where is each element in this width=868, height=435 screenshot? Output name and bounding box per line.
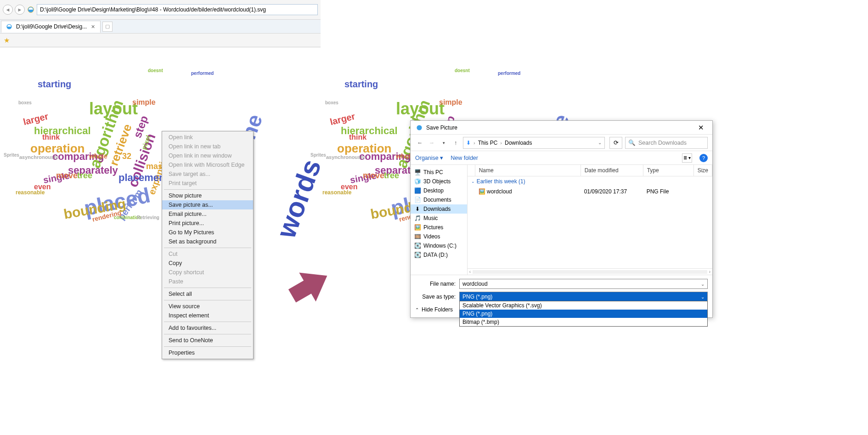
type-option[interactable]: PNG (*.png) [460, 310, 707, 318]
chevron-down-icon[interactable]: ⌄ [701, 294, 705, 299]
crumb-dropdown-icon[interactable]: ⌄ [598, 140, 602, 145]
col-type[interactable]: Type [643, 165, 694, 176]
wordcloud-word: asynchronously [326, 154, 365, 160]
nav-recent-icon[interactable]: ▾ [439, 141, 448, 145]
wordcloud-word: performed [191, 71, 214, 76]
crumb-sep-icon: › [500, 140, 502, 146]
file-name-input[interactable]: wordcloud ⌄ [459, 279, 708, 289]
tree-item-downloads[interactable]: ⬇Downloads [411, 204, 467, 214]
context-menu-item[interactable]: Send to OneNote [162, 336, 253, 345]
nav-forward-button[interactable]: ► [15, 5, 25, 15]
context-menu-item[interactable]: Set as background [162, 237, 253, 246]
context-menu-item[interactable]: Copy [162, 259, 253, 268]
wordcloud-word: layout [396, 99, 445, 119]
wordcloud-word: doesnt [455, 68, 470, 73]
wordcloud-word: layout [89, 99, 138, 119]
tree-item-videos[interactable]: 🎞️Videos [411, 232, 467, 241]
context-menu-item[interactable]: Email picture... [162, 209, 253, 219]
save-type-label: Save as type: [415, 294, 456, 300]
horizontal-scrollbar[interactable]: ‹› [468, 268, 712, 275]
wordcloud-word: Sprites [4, 153, 19, 158]
wordcloud-word: Sprites [310, 153, 326, 158]
page-content: startingalgorithmlayoutsimplesteplargerh… [0, 47, 868, 435]
context-menu-item[interactable]: Properties [162, 348, 253, 357]
tab-new-button[interactable]: ▢ [102, 22, 113, 32]
tree-item-this-pc[interactable]: 🖥️This PC [411, 168, 467, 177]
nav-forward-icon[interactable]: → [427, 140, 436, 146]
context-menu-item[interactable]: View source [162, 302, 253, 311]
context-menu-item: Paste [162, 277, 253, 286]
tree-item-desktop[interactable]: 🟦Desktop [411, 186, 467, 195]
context-menu-item[interactable]: Save picture as... [162, 200, 253, 209]
save-type-select[interactable]: PNG (*.png) ⌄ [459, 292, 708, 302]
context-menu-item: Open link in new tab [162, 142, 253, 151]
chevron-down-icon[interactable]: ⌄ [701, 282, 705, 287]
nav-back-button[interactable]: ◄ [3, 5, 13, 15]
tab-close-icon[interactable]: ✕ [90, 24, 96, 30]
ie-tab-icon [5, 23, 13, 31]
help-button[interactable]: ? [699, 154, 708, 162]
type-option[interactable]: Bitmap (*.bmp) [460, 318, 707, 326]
dialog-search-input[interactable]: 🔍 Search Downloads [625, 137, 708, 149]
list-header: Name Date modified Type Size [468, 165, 712, 176]
tree-item-3d-objects[interactable]: 🧊3D Objects [411, 177, 467, 186]
breadcrumb[interactable]: ⬇ › This PC › Downloads ⌄ [463, 137, 605, 149]
tree-item-documents[interactable]: 📄Documents [411, 195, 467, 204]
tree-item-pictures[interactable]: 🖼️Pictures [411, 223, 467, 232]
list-group-header[interactable]: ⌄ Earlier this week (1) [468, 176, 712, 186]
ie-logo-icon [27, 6, 35, 14]
folder-icon: 🧊 [414, 178, 421, 185]
tree-item-data-d-[interactable]: 💽DATA (D:) [411, 250, 467, 260]
context-menu-item[interactable]: Go to My Pictures [162, 228, 253, 237]
list-row[interactable]: 🖼️ wordcloud01/09/2020 17:37PNG File [468, 186, 712, 197]
crumb-thispc[interactable]: This PC [478, 140, 498, 146]
wordcloud-word: think [349, 133, 366, 141]
type-option[interactable]: Scalable Vector Graphics (*.svg) [460, 301, 707, 310]
nav-up-icon[interactable]: ↑ [451, 140, 460, 146]
organise-menu[interactable]: Organise ▾ [415, 154, 443, 161]
col-size[interactable]: Size [694, 165, 712, 176]
save-type-dropdown: Scalable Vector Graphics (*.svg)PNG (*.p… [459, 301, 708, 327]
tree-item-music[interactable]: 🎵Music [411, 214, 467, 223]
tree-item-windows-c-[interactable]: 💽Windows (C:) [411, 241, 467, 250]
dialog-navbar: ← → ▾ ↑ ⬇ › This PC › Downloads ⌄ ⟳ 🔍 Se… [411, 135, 712, 151]
crumb-sep-icon: › [473, 140, 475, 146]
breadcrumb-drive-icon: ⬇ [466, 140, 471, 146]
context-menu-item[interactable]: Print picture... [162, 219, 253, 228]
search-icon: 🔍 [628, 139, 636, 146]
refresh-button[interactable]: ⟳ [609, 137, 622, 149]
wordcloud-word: move [363, 171, 384, 181]
search-placeholder: Search Downloads [638, 140, 687, 146]
col-date[interactable]: Date modified [581, 165, 643, 176]
col-name[interactable]: Name [475, 165, 581, 176]
context-menu-item: Save target as... [162, 169, 253, 179]
tab-label: D:\joli9\Google Drive\Desig... [16, 23, 87, 30]
wordcloud-word: simple [439, 98, 462, 107]
wordcloud-word: doesnt [148, 68, 163, 73]
wordcloud-word: reasonable [322, 189, 351, 196]
wordcloud-word: reasonable [16, 189, 45, 196]
wordcloud-word: starting [38, 79, 71, 90]
wordcloud-word: whole [89, 153, 107, 160]
new-folder-button[interactable]: New folder [451, 155, 478, 161]
favorites-star-icon[interactable]: ★ [4, 36, 10, 45]
folder-icon: 🖥️ [414, 169, 421, 175]
dialog-close-button[interactable]: ✕ [694, 124, 708, 132]
wordcloud-word: tree [384, 171, 399, 181]
context-menu: Open linkOpen link in new tabOpen link i… [162, 131, 254, 359]
address-bar[interactable]: D:\joli9\Google Drive\Design\Marketing\B… [37, 4, 318, 15]
context-menu-item[interactable]: Add to favourites... [162, 323, 253, 333]
wordcloud-word: move [56, 171, 78, 181]
folder-icon: 🟦 [414, 187, 421, 194]
favorites-bar: ★ [0, 33, 321, 47]
context-menu-item[interactable]: Show picture [162, 191, 253, 200]
folder-tree: 🖥️This PC🧊3D Objects🟦Desktop📄Documents⬇D… [411, 165, 468, 275]
folder-icon: 🎞️ [414, 233, 421, 240]
folder-icon: 💽 [414, 243, 421, 249]
context-menu-item[interactable]: Select all [162, 289, 253, 299]
context-menu-item[interactable]: Inspect element [162, 311, 253, 320]
crumb-downloads[interactable]: Downloads [505, 140, 532, 146]
tab-active[interactable]: D:\joli9\Google Drive\Desig... ✕ [1, 21, 101, 33]
view-mode-button[interactable]: ≣ ▾ [682, 153, 692, 163]
nav-back-icon[interactable]: ← [415, 140, 424, 146]
